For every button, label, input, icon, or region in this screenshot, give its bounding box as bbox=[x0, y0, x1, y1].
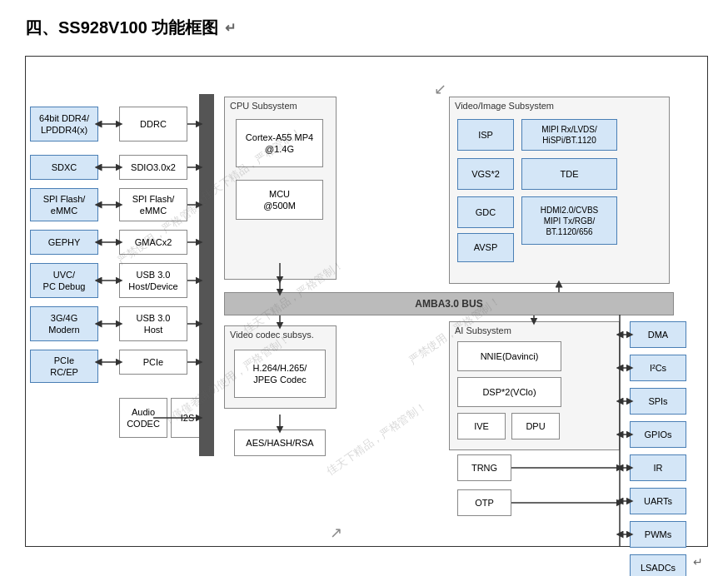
lsadcs-block: LSADCs bbox=[630, 554, 686, 576]
sdxc-block: SDXC bbox=[30, 155, 98, 180]
ddr4-block: 64bit DDR4/LPDDR4(x) bbox=[30, 107, 98, 142]
video-codec-label: Video codec subsys. bbox=[230, 330, 314, 340]
cpu-subsystem-label: CPU Subsystem bbox=[230, 101, 297, 111]
audio-codec-block: AudioCODEC bbox=[119, 398, 167, 438]
usb-host-block: USB 3.0Host bbox=[119, 306, 187, 341]
sdio-block: SDIO3.0x2 bbox=[119, 155, 187, 180]
diagram-container: 佳天下精品，严格管制！ 严禁使用，严格管制！ 佳天下精品，严格管制！ ！僅僅者請… bbox=[25, 56, 708, 547]
page-title: 四、SS928V100 功能框图 ↵ bbox=[25, 17, 703, 39]
spis-block: SPIs bbox=[630, 388, 686, 415]
main-bus-bar bbox=[199, 94, 214, 456]
spi-flash-left-block: SPI Flash/eMMC bbox=[30, 188, 98, 221]
h264-block: H.264/H.265/JPEG Codec bbox=[234, 350, 326, 398]
spi-flash-mid-block: SPI Flash/eMMC bbox=[119, 188, 187, 221]
video-image-label: Video/Image Subsystem bbox=[455, 101, 554, 111]
amba-bus: AMBA3.0 BUS bbox=[224, 292, 674, 315]
isp-block: ISP bbox=[457, 119, 514, 151]
avsp-block: AVSP bbox=[457, 233, 514, 262]
dma-block: DMA bbox=[630, 321, 686, 348]
usb-hd-block: USB 3.0Host/Device bbox=[119, 263, 187, 298]
pcie-mid-block: PCIe bbox=[119, 350, 187, 375]
gpios-block: GPIOs bbox=[630, 421, 686, 448]
uvc-block: UVC/PC Debug bbox=[30, 263, 98, 298]
svg-text:↙: ↙ bbox=[434, 81, 446, 97]
footer-arrow: ↵ bbox=[25, 555, 703, 569]
ir-block: IR bbox=[630, 454, 686, 481]
dpu-block: DPU bbox=[511, 413, 560, 439]
ddrc-block: DDRC bbox=[119, 107, 187, 142]
svg-text:↗: ↗ bbox=[330, 524, 342, 541]
trng-block: TRNG bbox=[457, 454, 511, 481]
aes-block: AES/HASH/RSA bbox=[234, 430, 326, 456]
uarts-block: UARTs bbox=[630, 488, 686, 514]
ive-block: IVE bbox=[457, 413, 506, 439]
nnie-block: NNIE(Davinci) bbox=[457, 341, 561, 371]
mcu-block: MCU@500M bbox=[236, 180, 323, 220]
otp-block: OTP bbox=[457, 489, 511, 516]
tde-block: TDE bbox=[521, 158, 617, 190]
i2cs-block: I²Cs bbox=[630, 355, 686, 381]
dsp-block: DSP*2(VClo) bbox=[457, 377, 561, 407]
gephy-block: GEPHY bbox=[30, 230, 98, 255]
hdmi-block: HDMI2.0/CVBSMIPI Tx/RGB/BT.1120/656 bbox=[521, 196, 617, 245]
vgs-block: VGS*2 bbox=[457, 158, 514, 190]
modem-block: 3G/4GModern bbox=[30, 306, 98, 341]
gmac-block: GMACx2 bbox=[119, 230, 187, 255]
gdc-block: GDC bbox=[457, 196, 514, 228]
title-arrow: ↵ bbox=[225, 20, 236, 36]
pwms-block: PWMs bbox=[630, 521, 686, 548]
mipi-rx-block: MIPI Rx/LVDS/HiSPi/BT.1120 bbox=[521, 119, 617, 151]
pcie-ep-block: PCIeRC/EP bbox=[30, 350, 98, 383]
ai-subsystem-label: AI Subsystem bbox=[455, 325, 511, 335]
cortex-block: Cortex-A55 MP4@1.4G bbox=[236, 119, 323, 167]
